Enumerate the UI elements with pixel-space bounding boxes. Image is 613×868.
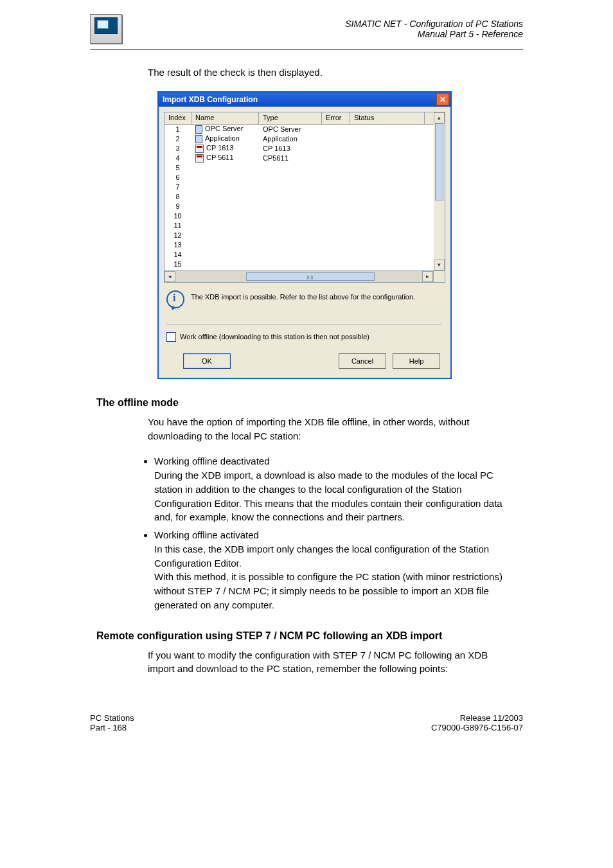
bullet-body: During the XDB import, a download is als… [154,470,502,522]
list-item: Working offline deactivated During the X… [154,454,517,524]
scroll-up-icon[interactable]: ▴ [434,112,445,123]
dialog-message: The XDB import is possible. Refer to the… [191,292,415,301]
row-name: OPC Server [205,125,243,132]
work-offline-checkbox[interactable]: Work offline (downloading to this statio… [166,332,445,342]
table-row[interactable]: 11 [164,221,434,231]
col-header-type[interactable]: Type [259,112,322,124]
import-xdb-dialog: Import XDB Configuration ✕ Index Name Ty… [157,91,452,379]
row-type: OPC Server [259,125,322,133]
table-row[interactable]: 2 Application Application [164,134,434,144]
row-name: CP 5611 [206,154,234,161]
app-icon [195,135,202,143]
offline-intro: You have the option of importing the XDB… [148,415,517,443]
row-index: 3 [164,145,191,152]
dialog-title: Import XDB Configuration [163,95,258,104]
list-item: Working offline activated In this case, … [154,528,517,612]
network-card-icon [195,154,204,163]
col-header-index[interactable]: Index [164,112,191,124]
checkbox-icon[interactable] [166,332,176,342]
intro-paragraph: The result of the check is then displaye… [148,66,517,80]
row-name: CP 1613 [206,144,234,152]
scroll-thumb[interactable] [246,272,375,281]
row-type: Application [259,135,322,143]
server-icon [195,125,202,134]
col-header-error[interactable]: Error [322,112,350,124]
footer-left-1: PC Stations [90,713,134,723]
footer-right-2: C79000-G8976-C156-07 [431,723,523,732]
vertical-scrollbar[interactable]: ▴ ▾ [434,112,445,270]
table-row[interactable]: 13 [164,240,434,250]
doc-header-line2: Manual Part 5 - Reference [345,29,523,39]
table-row[interactable]: 9 [164,202,434,211]
close-icon[interactable]: ✕ [436,93,449,105]
footer-left-2: Part - 168 [90,723,134,732]
bullet-body: In this case, the XDB import only change… [154,544,489,569]
scroll-thumb[interactable] [435,123,443,200]
remote-paragraph: If you want to modify the configuration … [148,648,517,677]
table-row[interactable]: 1 OPC Server OPC Server [164,125,434,134]
header-divider [90,49,523,50]
table-row[interactable]: 14 [164,250,434,260]
scroll-right-icon[interactable]: ▸ [422,271,433,282]
row-index: 4 [164,154,191,162]
table-row[interactable]: 10 [164,211,434,221]
scroll-down-icon[interactable]: ▾ [434,260,445,270]
divider [166,324,442,324]
table-row[interactable]: 5 [164,163,434,173]
table-row[interactable]: 7 [164,182,434,192]
row-index: 1 [164,125,191,133]
horizontal-scrollbar[interactable]: ◂ ▸ [164,271,445,283]
bullet-title: Working offline activated [154,529,259,540]
cancel-button[interactable]: Cancel [339,353,386,369]
table-row[interactable]: 3 CP 1613 CP 1613 [164,144,434,154]
row-type: CP 1613 [259,145,322,152]
ok-button[interactable]: OK [183,353,231,369]
info-icon [166,290,184,308]
dialog-titlebar: Import XDB Configuration ✕ [159,93,450,107]
remote-heading: Remote configuration using STEP 7 / NCM … [96,630,517,642]
config-listview[interactable]: Index Name Type Error Status 1 OPC Serve… [164,112,445,271]
table-row[interactable]: 4 CP 5611 CP5611 [164,154,434,163]
row-name: Application [205,134,240,142]
table-row[interactable]: 15 [164,260,434,269]
doc-header-title: SIMATIC NET - Configuration of PC Statio… [345,19,523,39]
col-header-status[interactable]: Status [350,112,425,124]
col-header-name[interactable]: Name [191,112,259,124]
offline-list: Working offline deactivated During the X… [141,454,517,612]
table-row[interactable]: 8 [164,192,434,202]
offline-heading: The offline mode [96,397,517,409]
scroll-left-icon[interactable]: ◂ [164,271,175,282]
table-row[interactable]: 12 [164,231,434,240]
footer-right-1: Release 11/2003 [431,713,523,723]
bullet-body-2: With this method, it is possible to conf… [154,571,502,610]
row-type: CP5611 [259,154,322,162]
page-footer: PC Stations Part - 168 Release 11/2003 C… [0,687,613,752]
row-index: 2 [164,135,191,143]
help-button[interactable]: Help [393,353,440,369]
doc-header-line1: SIMATIC NET - Configuration of PC Statio… [345,19,523,29]
document-logo-icon [90,14,122,44]
network-card-icon [195,145,204,153]
table-row[interactable]: 6 [164,173,434,182]
checkbox-label: Work offline (downloading to this statio… [180,333,369,341]
bullet-title: Working offline deactivated [154,456,270,466]
